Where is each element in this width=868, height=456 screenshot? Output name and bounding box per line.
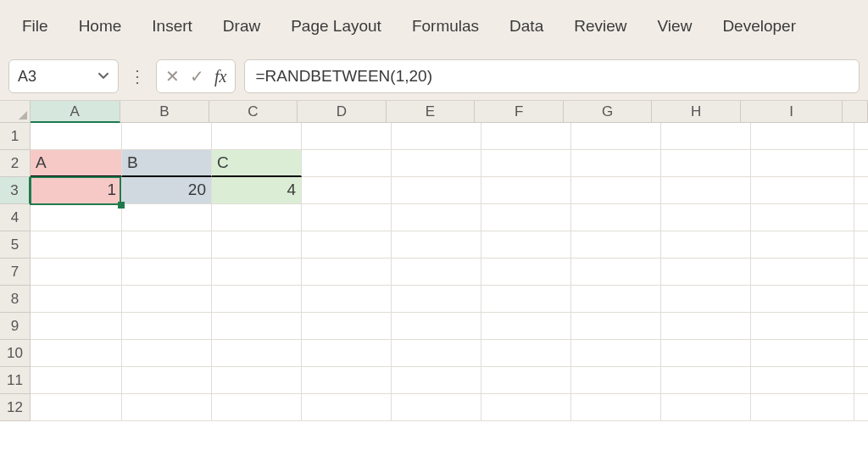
cell-D10[interactable] [302, 340, 392, 367]
cell-C8[interactable] [212, 286, 302, 313]
cell-A4[interactable] [31, 204, 122, 231]
cell-C1[interactable] [212, 123, 302, 150]
cell-C5[interactable] [212, 231, 302, 259]
cell-B7[interactable] [122, 259, 212, 286]
cell-F4[interactable] [481, 204, 571, 231]
cell-H4[interactable] [661, 204, 751, 231]
tab-home[interactable]: Home [64, 8, 137, 44]
cell-E11[interactable] [392, 367, 481, 394]
cell-I2[interactable] [751, 150, 854, 177]
cell-I7[interactable] [751, 259, 854, 286]
row-header-2[interactable]: 2 [0, 150, 31, 177]
cell-A3[interactable]: 1 [31, 177, 122, 204]
cell-A1[interactable] [31, 123, 122, 150]
cancel-formula-icon[interactable]: ✕ [165, 66, 180, 86]
cell-C3[interactable]: 4 [212, 177, 302, 204]
col-header-G[interactable]: G [564, 101, 653, 123]
cell-E3[interactable] [392, 177, 481, 204]
col-header-B[interactable]: B [120, 101, 209, 123]
cell-C2[interactable]: C [212, 150, 302, 177]
cell-J5[interactable] [854, 231, 868, 259]
cell-G1[interactable] [571, 123, 661, 150]
cell-D8[interactable] [302, 286, 392, 313]
cell-C7[interactable] [212, 259, 302, 286]
cell-F1[interactable] [481, 123, 571, 150]
row-header-9[interactable]: 9 [0, 313, 31, 340]
cell-I1[interactable] [751, 123, 854, 150]
row-header-3[interactable]: 3 [0, 177, 31, 204]
cell-G4[interactable] [571, 204, 661, 231]
cell-J9[interactable] [854, 313, 868, 340]
cell-D4[interactable] [302, 204, 392, 231]
cell-F10[interactable] [481, 340, 571, 367]
cell-D12[interactable] [302, 394, 392, 421]
cell-A12[interactable] [31, 394, 122, 421]
cell-E9[interactable] [392, 313, 481, 340]
row-header-4[interactable]: 4 [0, 204, 31, 231]
cell-F11[interactable] [481, 367, 571, 394]
cell-I3[interactable] [751, 177, 854, 204]
cell-F12[interactable] [481, 394, 571, 421]
cell-F2[interactable] [481, 150, 571, 177]
col-header-F[interactable]: F [475, 101, 564, 123]
more-options-icon[interactable]: ⋮ [127, 66, 147, 86]
cell-H11[interactable] [661, 367, 751, 394]
cell-H8[interactable] [661, 286, 751, 313]
cell-C10[interactable] [212, 340, 302, 367]
row-header-7[interactable]: 7 [0, 259, 31, 286]
cell-C11[interactable] [212, 367, 302, 394]
cell-J10[interactable] [854, 340, 868, 367]
col-header-I[interactable]: I [741, 101, 843, 123]
cell-C12[interactable] [212, 394, 302, 421]
cell-I9[interactable] [751, 313, 854, 340]
cell-H5[interactable] [661, 231, 751, 259]
formula-input[interactable]: =RANDBETWEEN(1,20) [244, 59, 860, 93]
cell-I11[interactable] [751, 367, 854, 394]
cell-I8[interactable] [751, 286, 854, 313]
cell-F9[interactable] [481, 313, 571, 340]
cell-B8[interactable] [122, 286, 212, 313]
cell-B9[interactable] [122, 313, 212, 340]
row-header-12[interactable]: 12 [0, 394, 31, 421]
cell-B2[interactable]: B [122, 150, 212, 177]
cell-B4[interactable] [122, 204, 212, 231]
insert-function-button[interactable]: fx [214, 67, 226, 86]
cell-D3[interactable] [302, 177, 392, 204]
cell-H2[interactable] [661, 150, 751, 177]
cell-H12[interactable] [661, 394, 751, 421]
cell-H7[interactable] [661, 259, 751, 286]
tab-file[interactable]: File [7, 8, 64, 44]
cell-H10[interactable] [661, 340, 751, 367]
row-header-1[interactable]: 1 [0, 123, 31, 150]
cell-D11[interactable] [302, 367, 392, 394]
cell-B11[interactable] [122, 367, 212, 394]
row-header-5[interactable]: 5 [0, 231, 31, 259]
cell-B12[interactable] [122, 394, 212, 421]
cell-A5[interactable] [31, 231, 122, 259]
cell-J8[interactable] [854, 286, 868, 313]
row-header-10[interactable]: 10 [0, 340, 31, 367]
cell-G12[interactable] [571, 394, 661, 421]
tab-insert[interactable]: Insert [136, 8, 208, 44]
cell-I12[interactable] [751, 394, 854, 421]
cell-F7[interactable] [481, 259, 571, 286]
cell-A2[interactable]: A [31, 150, 122, 177]
cell-I5[interactable] [751, 231, 854, 259]
cell-E2[interactable] [392, 150, 481, 177]
cell-E7[interactable] [392, 259, 481, 286]
cell-E12[interactable] [392, 394, 481, 421]
cell-E8[interactable] [392, 286, 481, 313]
cell-D1[interactable] [302, 123, 392, 150]
tab-developer[interactable]: Developer [707, 8, 811, 44]
cell-F5[interactable] [481, 231, 571, 259]
cell-I4[interactable] [751, 204, 854, 231]
cell-H1[interactable] [661, 123, 751, 150]
cell-A11[interactable] [31, 367, 122, 394]
cell-H3[interactable] [661, 177, 751, 204]
cell-D9[interactable] [302, 313, 392, 340]
cell-G8[interactable] [571, 286, 661, 313]
cell-C9[interactable] [212, 313, 302, 340]
cell-J1[interactable] [854, 123, 868, 150]
tab-draw[interactable]: Draw [208, 8, 275, 44]
cell-B10[interactable] [122, 340, 212, 367]
